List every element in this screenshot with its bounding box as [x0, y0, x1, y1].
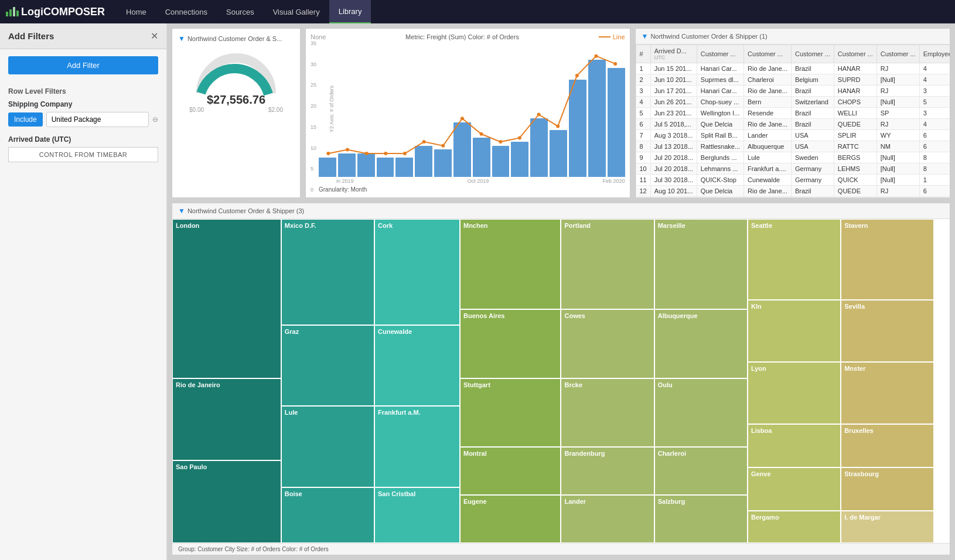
nav-visual-gallery[interactable]: Visual Gallery — [264, 0, 329, 23]
table-row[interactable]: 6Jul 5 2018,...Que DelciaRio de Jane...B… — [636, 119, 950, 130]
table-row[interactable]: 13Aug 5 2018...Tradio Hipe...Sao PauloBr… — [636, 197, 950, 198]
treemap-cell[interactable]: Seattle — [748, 219, 841, 300]
treemap-cell[interactable]: Mxico D.F. — [281, 219, 374, 325]
treemap-cell[interactable]: London — [172, 219, 281, 378]
treemap-cell[interactable]: Sao Paulo — [172, 460, 281, 543]
table-row[interactable]: 8Jul 13 2018...Rattlesnake...Albuquerque… — [636, 141, 950, 152]
treemap-cell[interactable]: Buenos Aires — [460, 309, 561, 378]
table-row[interactable]: 7Aug 3 2018...Split Rail B...LanderUSASP… — [636, 130, 950, 141]
treemap-filter-icon: ▼ — [178, 207, 185, 215]
treemap-cell[interactable]: Oulu — [654, 378, 748, 448]
logo: LogiCOMPOSER — [6, 6, 105, 18]
treemap-cell[interactable]: Cowes — [561, 309, 654, 378]
treemap-cell[interactable]: Eugene — [460, 495, 561, 543]
treemap-cell[interactable]: Boise — [281, 487, 374, 544]
treemap-cell[interactable]: Lisboa — [748, 424, 841, 467]
treemap-cell[interactable]: Portland — [561, 219, 654, 309]
treemap-cell[interactable]: Cunewalde — [374, 325, 460, 406]
treemap-cell[interactable]: Graz — [281, 325, 374, 406]
table-row[interactable]: 9Jul 20 2018...Berglunds ...LuleSwedenBE… — [636, 152, 950, 163]
treemap-cell[interactable]: Charleroi — [654, 447, 748, 495]
table-row[interactable]: 10Jul 20 2018...Lehmanns ...Frankfurt a.… — [636, 163, 950, 175]
bar-item — [453, 122, 471, 177]
arrived-date-label: Arrived Date (UTC) — [8, 135, 158, 144]
treemap-cell[interactable]: Stuttgart — [460, 378, 561, 448]
treemap-cell[interactable]: Sevilla — [841, 300, 934, 362]
add-filter-button[interactable]: Add Filter — [8, 56, 158, 74]
row-level-filters-label: Row Level Filters — [0, 81, 166, 98]
treemap-cell[interactable]: Kln — [748, 300, 841, 362]
bar-item — [588, 60, 606, 177]
treemap-cell[interactable]: San Cristbal — [374, 487, 460, 544]
table-row[interactable]: 4Jun 26 201...Chop-suey ...BernSwitzerla… — [636, 97, 950, 108]
top-row: ▼ Northwind Customer Order & S... $27,55… — [172, 28, 950, 198]
minus-circle-icon[interactable]: ⊖ — [152, 115, 158, 124]
treemap-cell[interactable]: Rio de Janeiro — [172, 378, 281, 461]
treemap-cell[interactable]: Stavern — [841, 219, 934, 300]
col-employee: Employee Id — [919, 45, 950, 63]
nav-connections[interactable]: Connections — [156, 0, 217, 23]
filter-row: Include ⊖ — [8, 112, 158, 127]
granularity-label: Granularity: Month — [319, 186, 625, 193]
treemap-body[interactable]: LondonRio de JaneiroSao PauloMxico D.F.G… — [172, 219, 950, 543]
top-navigation: LogiCOMPOSER Home Connections Sources Vi… — [0, 0, 955, 23]
treemap-cell[interactable]: Cork — [374, 219, 460, 325]
treemap-cell[interactable]: Lyon — [748, 362, 841, 424]
treemap-cell[interactable]: Strasbourg — [841, 467, 934, 511]
gauge-svg — [189, 46, 283, 99]
sidebar: Add Filters ✕ Add Filter Row Level Filte… — [0, 23, 167, 560]
col-cust3: Customer ... — [791, 45, 834, 63]
treemap-cell[interactable]: Mnchen — [460, 219, 561, 309]
nav-library[interactable]: Library — [329, 0, 371, 23]
bar-item — [319, 158, 336, 177]
treemap-cell[interactable]: Frankfurt a.M. — [374, 406, 460, 487]
x-label-1: Oct 2019 — [468, 178, 489, 184]
nav-sources[interactable]: Sources — [217, 0, 264, 23]
bar-item — [473, 138, 490, 177]
bar-chart-panel: None Metric: Freight (Sum) Color: # of O… — [305, 28, 630, 198]
bar-item — [395, 158, 413, 177]
include-badge[interactable]: Include — [8, 112, 43, 127]
close-button[interactable]: ✕ — [151, 30, 158, 42]
treemap-column: SeattleKlnLyonLisboaGenveBergamo — [748, 219, 841, 543]
treemap-panel: ▼ Northwind Customer Order & Shipper (3)… — [172, 203, 950, 555]
treemap-cell[interactable]: Brcke — [561, 378, 654, 448]
treemap-cell[interactable]: Bruxelles — [841, 424, 934, 467]
treemap-cell[interactable]: Mnster — [841, 362, 934, 424]
timebar-button[interactable]: CONTROL FROM TIMEBAR — [8, 147, 158, 162]
treemap-cell[interactable]: Brandenburg — [561, 447, 654, 495]
treemap-cell[interactable]: Genve — [748, 467, 841, 511]
treemap-cell[interactable]: Montral — [460, 447, 561, 495]
treemap-cell[interactable]: Albuquerque — [654, 309, 748, 378]
table-row[interactable]: 1Jun 15 201...Hanari Car...Rio de Jane..… — [636, 63, 950, 74]
company-input[interactable] — [46, 112, 149, 127]
treemap-cell[interactable]: Salzburg — [654, 495, 748, 543]
treemap-cell[interactable]: Lander — [561, 495, 654, 543]
treemap-footer: Group: Customer City Size: # of Orders C… — [172, 543, 950, 555]
bar-item — [434, 149, 452, 177]
content-area: ▼ Northwind Customer Order & S... $27,55… — [167, 23, 955, 560]
table-row[interactable]: 3Jun 17 201...Hanari Car...Rio de Jane..… — [636, 86, 950, 97]
data-table[interactable]: # Arrived D...UTC Customer ... Customer … — [636, 45, 950, 197]
table-header: ▼ Northwind Customer Order & Shipper (1) — [636, 29, 950, 45]
treemap-header: ▼ Northwind Customer Order & Shipper (3) — [172, 203, 950, 219]
nav-items: Home Connections Sources Visual Gallery … — [117, 0, 371, 23]
table-tbody: 1Jun 15 201...Hanari Car...Rio de Jane..… — [636, 63, 950, 198]
col-arrived: Arrived D...UTC — [650, 45, 697, 63]
table-row[interactable]: 12Aug 10 201...Que DelciaRio de Jane...B… — [636, 186, 950, 197]
treemap-cell[interactable]: Marseille — [654, 219, 748, 309]
nav-home[interactable]: Home — [117, 0, 156, 23]
bar-item — [608, 68, 625, 177]
bar-item — [530, 118, 548, 177]
table-row[interactable]: 5Jun 23 201...Wellington I...ResendeBraz… — [636, 108, 950, 119]
treemap-cell[interactable]: Bergamo — [748, 511, 841, 543]
table-row[interactable]: 2Jun 10 201...Suprmes dl...CharleroiBelg… — [636, 74, 950, 86]
col-cust2: Customer ... — [744, 45, 792, 63]
col-cust1: Customer ... — [697, 45, 743, 63]
treemap-cell[interactable]: I. de Margar — [841, 511, 934, 543]
treemap-column: CorkCunewaldeFrankfurt a.M.San Cristbal — [374, 219, 460, 543]
chart-y-axis: 35 30 25 20 15 10 5 0 — [311, 40, 319, 193]
bar-item — [569, 80, 586, 177]
table-row[interactable]: 11Jul 30 2018...QUICK-StopCunewaldeGerma… — [636, 175, 950, 186]
treemap-cell[interactable]: Lule — [281, 406, 374, 487]
